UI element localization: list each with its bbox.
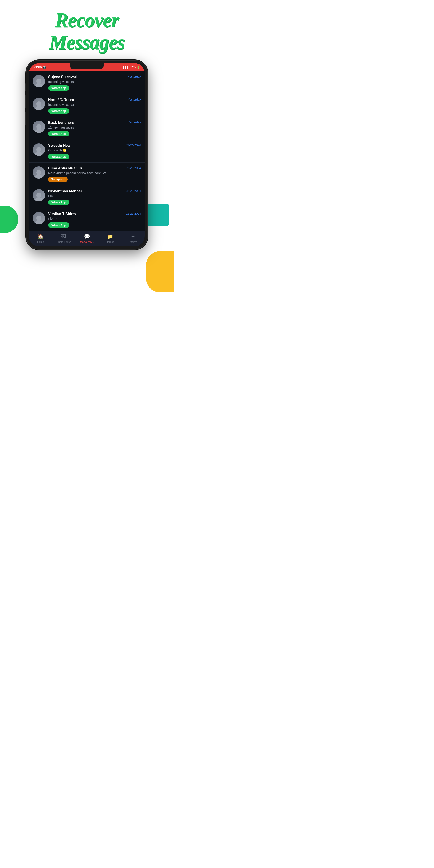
chat-content: Back benchers Yesterday 12 new messages … xyxy=(48,121,141,136)
app-badge: WhatsApp xyxy=(48,108,69,114)
avatar-body xyxy=(35,106,43,110)
chat-message: Incoming voice call xyxy=(48,103,141,106)
app-badge: WhatsApp xyxy=(48,199,69,205)
app-badge: WhatsApp xyxy=(48,86,69,91)
nav-item-home[interactable]: 🏠 Home xyxy=(29,234,52,243)
chat-message: Size ? xyxy=(48,217,141,221)
chat-time: Yesterday xyxy=(128,98,141,101)
chat-name: Nishanthan Mannar xyxy=(48,189,82,193)
avatar-inner xyxy=(33,189,45,202)
chat-message: 12 new messages xyxy=(48,126,141,129)
chat-time: Yesterday xyxy=(128,121,141,124)
avatar-inner xyxy=(33,98,45,110)
chat-message: Ondumilla🙄 xyxy=(48,149,141,152)
nav-label: Storage xyxy=(105,241,115,243)
avatar-head xyxy=(36,147,41,152)
chat-time: Yesterday xyxy=(128,75,141,79)
chat-item[interactable]: Sweethi New 02-24-2024 Ondumilla🙄 WhatsA… xyxy=(29,140,145,163)
avatar-body xyxy=(35,197,43,202)
avatar-head xyxy=(36,216,41,221)
nav-label: Home xyxy=(37,241,44,243)
chat-time: 02-23-2024 xyxy=(126,189,141,192)
avatar xyxy=(33,212,45,224)
nav-label: Recovery M... xyxy=(79,241,95,243)
chat-header: Nishanthan Mannar 02-23-2024 xyxy=(48,189,141,193)
avatar-inner xyxy=(33,121,45,133)
avatar-inner xyxy=(33,166,45,179)
chat-content: Sweethi New 02-24-2024 Ondumilla🙄 WhatsA… xyxy=(48,144,141,159)
chat-name: Sweethi New xyxy=(48,144,70,148)
app-badge: WhatsApp xyxy=(48,131,69,136)
avatar xyxy=(33,166,45,179)
avatar xyxy=(33,98,45,110)
nav-icon: 📁 xyxy=(107,234,113,240)
chat-time: 02-23-2024 xyxy=(126,212,141,215)
avatar-inner xyxy=(33,144,45,156)
chat-time: 02-24-2024 xyxy=(126,144,141,147)
chat-item[interactable]: Sujeev Sujeevsri Yesterday Incoming voic… xyxy=(29,71,145,94)
chat-item[interactable]: Back benchers Yesterday 12 new messages … xyxy=(29,117,145,140)
avatar-body xyxy=(35,129,43,133)
avatar xyxy=(33,75,45,87)
nav-icon: 🖼 xyxy=(61,234,66,240)
nav-item-recovery-m---[interactable]: 💬 Recovery M... xyxy=(75,234,98,243)
nav-item-storage[interactable]: 📁 Storage xyxy=(98,234,122,243)
bottom-nav[interactable]: 🏠 Home 🖼 Photo Editor 💬 Recovery M... 📁 … xyxy=(29,231,145,246)
chat-name: Elmo Anna Ns Club xyxy=(48,166,82,170)
chat-message: Nalla Anime padam partha save panni vai xyxy=(48,171,141,175)
avatar-head xyxy=(36,170,41,175)
nav-item-photo-editor[interactable]: 🖼 Photo Editor xyxy=(52,234,75,243)
battery-icon: 🔋 xyxy=(136,66,140,69)
chat-header: Naru 2/4 Room Yesterday xyxy=(48,98,141,102)
avatar-head xyxy=(36,193,41,198)
nav-icon: ✦ xyxy=(131,234,135,240)
chat-item[interactable]: Vitalian T Shirts 02-23-2024 Size ? What… xyxy=(29,208,145,231)
chat-message: Pic xyxy=(48,194,141,198)
chat-name: Vitalian T Shirts xyxy=(48,212,76,216)
page-wrapper: Recover Messages 21:06 📷 xyxy=(0,0,174,249)
chat-content: Elmo Anna Ns Club 02-23-2024 Nalla Anime… xyxy=(48,166,141,182)
avatar-inner xyxy=(33,75,45,87)
chat-header: Sweethi New 02-24-2024 xyxy=(48,144,141,148)
avatar-body xyxy=(35,83,43,87)
avatar-head xyxy=(36,79,41,84)
hero-title-line2: Messages xyxy=(49,31,124,54)
chat-list: Sujeev Sujeevsri Yesterday Incoming voic… xyxy=(29,71,145,231)
avatar-body xyxy=(35,220,43,224)
phone-notch xyxy=(70,63,104,69)
app-badge: Telegram xyxy=(48,177,68,182)
avatar xyxy=(33,189,45,202)
avatar-body xyxy=(35,152,43,156)
green-decoration xyxy=(0,206,18,233)
yellow-decoration xyxy=(146,251,174,292)
chat-item[interactable]: Elmo Anna Ns Club 02-23-2024 Nalla Anime… xyxy=(29,163,145,185)
phone-outer-frame: 21:06 📷 ▌▌▌ 52% 🔋 xyxy=(26,60,147,249)
time-display: 21:06 xyxy=(34,65,42,69)
power-button xyxy=(147,88,148,101)
chat-header: Elmo Anna Ns Club 02-23-2024 xyxy=(48,166,141,170)
teal-decoration xyxy=(146,204,169,226)
chat-content: Naru 2/4 Room Yesterday Incoming voice c… xyxy=(48,98,141,114)
chat-header: Back benchers Yesterday xyxy=(48,121,141,125)
nav-item-explore[interactable]: ✦ Explore xyxy=(122,234,145,243)
avatar-body xyxy=(35,175,43,179)
chat-item[interactable]: Nishanthan Mannar 02-23-2024 Pic WhatsAp… xyxy=(29,185,145,208)
app-badge: WhatsApp xyxy=(48,154,69,159)
nav-icon: 🏠 xyxy=(37,234,43,240)
phone-screen: 21:06 📷 ▌▌▌ 52% 🔋 xyxy=(29,63,145,246)
status-right: ▌▌▌ 52% 🔋 xyxy=(123,65,140,69)
volume-down-button xyxy=(25,112,26,125)
chat-header: Sujeev Sujeevsri Yesterday xyxy=(48,75,141,79)
signal-icon: ▌▌▌ xyxy=(123,66,129,69)
chat-content: Nishanthan Mannar 02-23-2024 Pic WhatsAp… xyxy=(48,189,141,205)
screenshot-icon: 📷 xyxy=(43,66,46,69)
chat-name: Naru 2/4 Room xyxy=(48,98,74,102)
mute-button xyxy=(25,83,26,91)
volume-up-button xyxy=(25,95,26,108)
avatar xyxy=(33,144,45,156)
chat-item[interactable]: Naru 2/4 Room Yesterday Incoming voice c… xyxy=(29,94,145,117)
app-badge: WhatsApp xyxy=(48,222,69,228)
avatar-inner xyxy=(33,212,45,224)
chat-message: Incoming voice call xyxy=(48,80,141,84)
nav-label: Explore xyxy=(129,241,137,243)
